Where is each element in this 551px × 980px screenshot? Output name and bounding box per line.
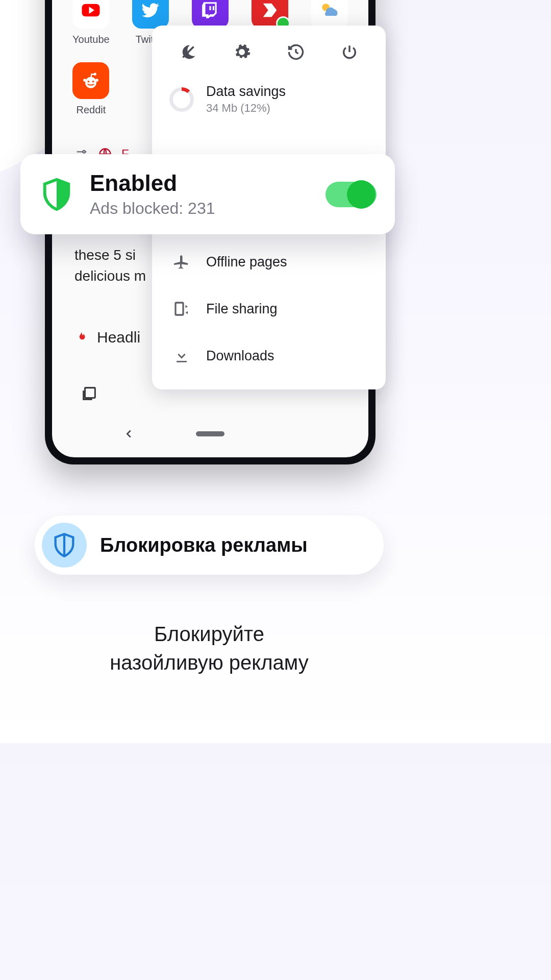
flame-icon bbox=[74, 331, 88, 344]
dial-label: Reddit bbox=[64, 104, 117, 116]
headlines-label: Headli bbox=[97, 329, 140, 346]
android-nav-bar bbox=[52, 419, 368, 449]
feature-pill-label: Блокировка рекламы bbox=[100, 534, 308, 556]
toggle-knob bbox=[347, 180, 375, 209]
data-savings-ring-icon bbox=[169, 87, 194, 112]
menu-item-label: Data savings bbox=[206, 84, 286, 100]
menu-item-data-savings[interactable]: Data savings 34 Mb (12%) bbox=[152, 72, 386, 126]
headlines-section[interactable]: Headli bbox=[74, 329, 140, 346]
reader-icon[interactable] bbox=[81, 385, 98, 402]
svg-point-6 bbox=[95, 79, 98, 82]
tagline-line: назойливую рекламу bbox=[0, 648, 418, 677]
article-line: these 5 si bbox=[74, 245, 146, 266]
reddit-icon bbox=[72, 62, 109, 99]
article-line: delicious m bbox=[74, 266, 146, 287]
news-icon bbox=[252, 0, 288, 29]
menu-item-downloads[interactable]: Downloads bbox=[152, 332, 386, 379]
menu-item-label: Downloads bbox=[206, 348, 274, 364]
file-sharing-icon bbox=[169, 297, 194, 321]
svg-point-8 bbox=[83, 151, 85, 153]
adblock-toggle[interactable] bbox=[325, 182, 377, 207]
adblock-status-sub: Ads blocked: 231 bbox=[90, 199, 215, 218]
menu-item-offline-pages[interactable]: Offline pages bbox=[152, 238, 386, 285]
back-icon[interactable] bbox=[123, 428, 135, 439]
adblock-status-title: Enabled bbox=[90, 170, 215, 196]
dial-label: Youtube bbox=[64, 34, 117, 45]
weather-icon bbox=[311, 0, 348, 29]
dial-item-reddit[interactable]: Reddit bbox=[64, 62, 117, 116]
svg-point-3 bbox=[88, 81, 90, 83]
home-pill[interactable] bbox=[196, 431, 224, 436]
shield-outline-icon bbox=[42, 523, 87, 568]
menu-item-label: Offline pages bbox=[206, 254, 287, 270]
svg-point-4 bbox=[92, 81, 94, 83]
menu-item-file-sharing[interactable]: File sharing bbox=[152, 285, 386, 332]
adblock-status-card: Enabled Ads blocked: 231 bbox=[20, 154, 395, 234]
feature-pill-adblock: Блокировка рекламы bbox=[35, 516, 384, 575]
menu-top-icons bbox=[152, 26, 386, 72]
airplane-icon bbox=[169, 250, 194, 274]
gear-icon[interactable] bbox=[232, 42, 252, 62]
twitter-icon bbox=[132, 0, 169, 29]
menu-item-sub: 34 Mb (12%) bbox=[206, 102, 286, 115]
svg-rect-13 bbox=[176, 303, 183, 315]
menu-item-label: File sharing bbox=[206, 301, 278, 317]
shield-icon bbox=[39, 177, 74, 212]
svg-point-2 bbox=[85, 77, 96, 88]
youtube-icon bbox=[72, 0, 109, 29]
power-icon[interactable] bbox=[339, 42, 360, 62]
tagline-line: Блокируйте bbox=[0, 620, 418, 648]
twitch-icon bbox=[192, 0, 229, 29]
download-icon bbox=[169, 344, 194, 368]
svg-rect-11 bbox=[85, 388, 95, 398]
article-fragment: these 5 si delicious m bbox=[74, 245, 146, 286]
dial-item-youtube[interactable]: Youtube bbox=[64, 0, 117, 45]
night-mode-icon[interactable] bbox=[178, 42, 198, 62]
history-icon[interactable] bbox=[286, 42, 306, 62]
svg-point-5 bbox=[84, 79, 87, 82]
marketing-tagline: Блокируйте назойливую рекламу bbox=[0, 620, 418, 677]
